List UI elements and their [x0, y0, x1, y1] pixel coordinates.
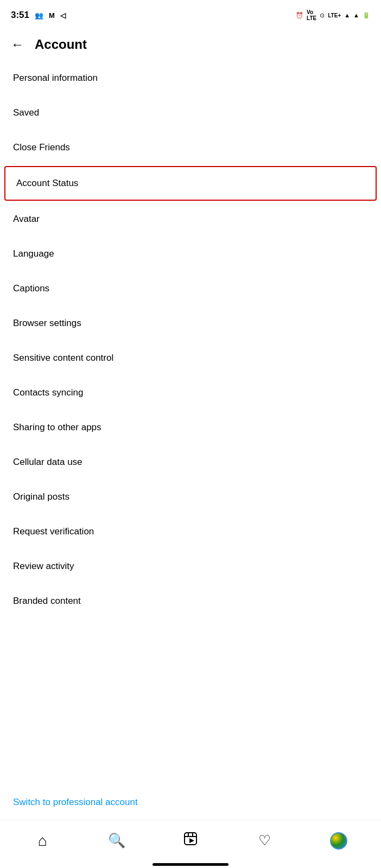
- nav-activity[interactable]: ♡: [227, 832, 301, 849]
- menu-item-review-activity[interactable]: Review activity: [0, 549, 381, 584]
- maps-icon: ◁: [60, 11, 66, 20]
- menu-item-close-friends[interactable]: Close Friends: [0, 130, 381, 165]
- lte-plus-indicator: LTE+: [328, 12, 341, 18]
- signal-icon-2: ▲: [353, 12, 359, 18]
- page-header: ← Account: [0, 28, 381, 61]
- page-title: Account: [35, 37, 87, 52]
- search-icon: 🔍: [108, 832, 125, 849]
- nav-search[interactable]: 🔍: [79, 832, 153, 849]
- menu-item-request-verification[interactable]: Request verification: [0, 514, 381, 549]
- menu-item-cellular-data[interactable]: Cellular data use: [0, 445, 381, 480]
- svg-rect-1: [185, 836, 196, 837]
- reels-icon: [183, 831, 198, 850]
- menu-item-sharing-to-other-apps[interactable]: Sharing to other apps: [0, 410, 381, 445]
- profile-avatar: [330, 832, 347, 850]
- bottom-navigation: ⌂ 🔍 ♡: [0, 820, 381, 859]
- menu-list: Personal informationSavedClose FriendsAc…: [0, 61, 381, 785]
- menu-item-captions[interactable]: Captions: [0, 271, 381, 306]
- menu-item-label-browser-settings: Browser settings: [13, 318, 81, 329]
- battery-icon: 🔋: [363, 12, 370, 19]
- menu-item-label-captions: Captions: [13, 283, 49, 294]
- menu-item-account-status[interactable]: Account Status: [4, 166, 377, 201]
- gmail-icon: M: [49, 11, 55, 20]
- status-time: 3:51: [11, 10, 29, 21]
- menu-item-label-language: Language: [13, 248, 54, 259]
- nav-reels[interactable]: [154, 831, 227, 850]
- svg-marker-4: [189, 838, 194, 843]
- menu-item-label-saved: Saved: [13, 107, 39, 118]
- svg-rect-3: [192, 833, 193, 836]
- menu-item-contacts-syncing[interactable]: Contacts syncing: [0, 375, 381, 410]
- menu-item-label-review-activity: Review activity: [13, 561, 74, 572]
- home-indicator: [153, 863, 228, 866]
- menu-item-label-close-friends: Close Friends: [13, 142, 70, 153]
- heart-icon: ♡: [258, 832, 271, 849]
- status-left: 3:51 👥 M ◁: [11, 10, 66, 21]
- menu-item-label-account-status: Account Status: [16, 178, 78, 189]
- menu-item-sensitive-content[interactable]: Sensitive content control: [0, 341, 381, 375]
- status-right: ⏰ VoLTE ⊙ LTE+ ▲ ▲ 🔋: [296, 9, 370, 21]
- nav-home[interactable]: ⌂: [5, 832, 79, 850]
- menu-item-label-request-verification: Request verification: [13, 526, 94, 537]
- menu-item-browser-settings[interactable]: Browser settings: [0, 306, 381, 341]
- menu-item-personal-information[interactable]: Personal information: [0, 61, 381, 95]
- menu-item-saved[interactable]: Saved: [0, 95, 381, 130]
- wifi-icon: ⊙: [320, 12, 325, 19]
- menu-item-label-sensitive-content: Sensitive content control: [13, 353, 113, 363]
- menu-item-original-posts[interactable]: Original posts: [0, 480, 381, 514]
- menu-item-label-sharing-to-other-apps: Sharing to other apps: [13, 422, 101, 433]
- bottom-indicator: [0, 859, 381, 868]
- menu-item-label-branded-content: Branded content: [13, 596, 81, 607]
- menu-item-label-original-posts: Original posts: [13, 492, 69, 502]
- signal-icon-1: ▲: [344, 12, 350, 18]
- alarm-icon: ⏰: [296, 12, 303, 19]
- nav-profile[interactable]: [302, 832, 376, 850]
- status-bar: 3:51 👥 M ◁ ⏰ VoLTE ⊙ LTE+ ▲ ▲ 🔋: [0, 0, 381, 28]
- menu-item-avatar[interactable]: Avatar: [0, 202, 381, 237]
- teams-icon: 👥: [35, 11, 43, 20]
- back-button[interactable]: ←: [11, 37, 24, 52]
- switch-professional-link[interactable]: Switch to professional account: [0, 785, 381, 820]
- menu-item-label-contacts-syncing: Contacts syncing: [13, 387, 83, 398]
- volte-indicator: VoLTE: [307, 9, 316, 21]
- menu-item-language[interactable]: Language: [0, 237, 381, 271]
- menu-item-branded-content[interactable]: Branded content: [0, 584, 381, 618]
- menu-item-label-avatar: Avatar: [13, 214, 40, 225]
- menu-item-label-cellular-data: Cellular data use: [13, 457, 82, 468]
- svg-rect-2: [188, 833, 189, 836]
- home-icon: ⌂: [38, 832, 47, 850]
- menu-item-label-personal-information: Personal information: [13, 73, 98, 84]
